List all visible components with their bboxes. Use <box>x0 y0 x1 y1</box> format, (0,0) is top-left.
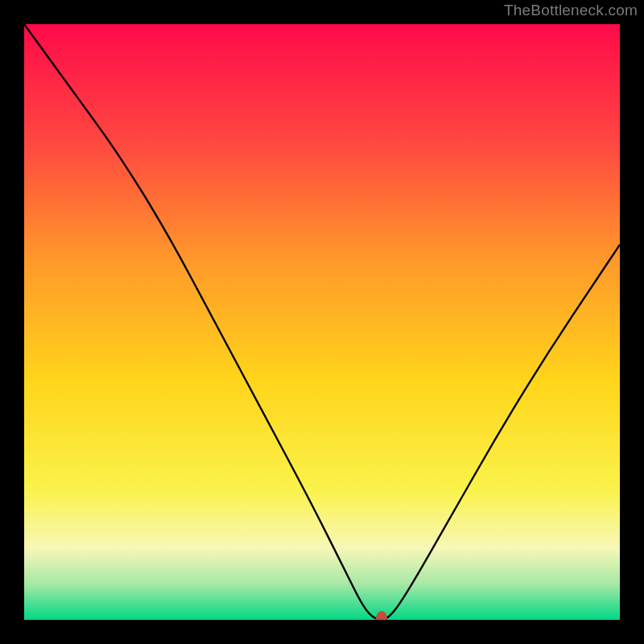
bottleneck-curve <box>24 24 620 620</box>
plot-area <box>24 24 620 620</box>
chart-container: TheBottleneck.com <box>0 0 644 644</box>
watermark-text: TheBottleneck.com <box>504 2 638 19</box>
